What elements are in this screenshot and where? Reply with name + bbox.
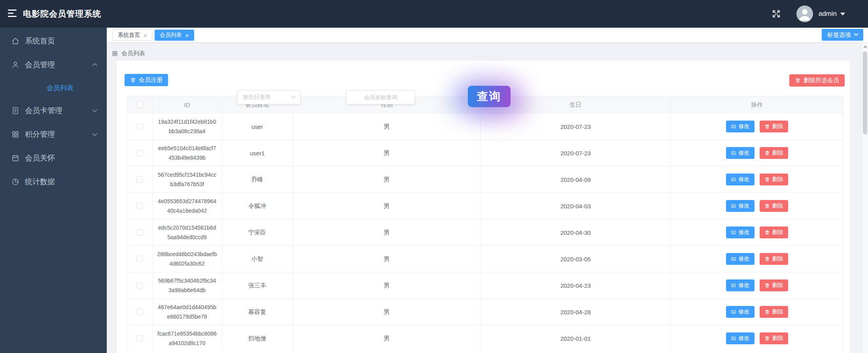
delete-button[interactable]: 删除 [760, 332, 788, 344]
sidebar-item[interactable]: 系统首页 [0, 29, 107, 53]
member-name: 宁采臣 [222, 219, 293, 245]
row-checkbox[interactable] [136, 256, 143, 262]
table-row: 4e0553653d27447896440c4a16eda042 令狐冲 男 2… [127, 193, 843, 219]
row-checkbox[interactable] [136, 150, 143, 156]
member-birthday: 2020-04-03 [481, 193, 671, 219]
username[interactable]: admin [819, 10, 837, 18]
member-birthday: 2020-03-05 [481, 246, 671, 272]
grid-icon [11, 130, 20, 139]
table-row: eeb5e5104c014e6facf7453b49e8439b user1 男… [127, 140, 843, 166]
trash-icon [764, 336, 770, 341]
sidebar-item-label: 会员列表 [47, 83, 74, 92]
chevron-icon [92, 131, 97, 136]
sidebar-item-label: 系统首页 [25, 36, 55, 46]
member-gender: 男 [293, 246, 481, 272]
row-checkbox[interactable] [136, 176, 143, 183]
sidebar-item[interactable]: 会员管理 [0, 53, 107, 77]
edit-icon [731, 230, 736, 235]
avatar[interactable] [796, 6, 813, 22]
member-id: 569b67f5c340462f9c343a98ab6e64db [153, 272, 222, 298]
select-all-checkbox[interactable] [136, 102, 143, 108]
sidebar-item[interactable]: 会员卡管理 [0, 99, 107, 123]
tab[interactable]: 会员列表 × [155, 30, 194, 41]
page-title: 会员列表 [121, 50, 145, 57]
calendar-icon [11, 154, 20, 162]
column-header-id: ID [153, 96, 222, 113]
caret-down-icon[interactable] [840, 13, 845, 15]
row-checkbox[interactable] [136, 309, 143, 315]
delete-button[interactable]: 删除 [760, 200, 788, 212]
tab[interactable]: 系统首页 × [113, 30, 152, 41]
query-button[interactable]: 查询 [468, 86, 511, 107]
scroll-up-arrow-icon[interactable] [863, 45, 867, 48]
member-name: 慕容复 [222, 299, 293, 325]
edit-button[interactable]: 修改 [726, 200, 755, 212]
edit-button[interactable]: 修改 [726, 332, 755, 344]
edit-button[interactable]: 修改 [726, 121, 755, 132]
member-name: 令狐冲 [222, 193, 293, 219]
member-id: 567ced95cf1541bc94ccb3dfa767b53f [153, 166, 222, 193]
member-gender: 男 [293, 113, 481, 140]
delete-button[interactable]: 删除 [760, 147, 788, 159]
edit-button[interactable]: 修改 [726, 174, 755, 185]
member-register-button[interactable]: 会员注册 [125, 74, 168, 86]
topbar: 电影院会员管理系统 admin [0, 0, 868, 28]
member-name-search-input[interactable] [346, 90, 415, 104]
member-id: 4e0553653d27447896440c4a16eda042 [153, 193, 222, 219]
row-checkbox[interactable] [136, 123, 143, 130]
member-id: 467e64ae0d1d440495be860179d5be78 [153, 299, 222, 325]
member-gender: 男 [293, 140, 481, 166]
edit-icon [731, 150, 736, 156]
trash-icon [764, 309, 770, 315]
delete-button[interactable]: 删除 [760, 279, 788, 291]
edit-button[interactable]: 修改 [726, 279, 755, 291]
table-row: 567ced95cf1541bc94ccb3dfa767b53f 乔峰 男 20… [127, 166, 843, 193]
vertical-scrollbar[interactable] [861, 43, 868, 353]
app-title: 电影院会员管理系统 [23, 0, 101, 28]
member-name: 扫地僧 [222, 325, 293, 351]
sidebar-item[interactable]: 会员列表 [0, 77, 107, 99]
delete-selected-members-button[interactable]: 删除所选会员 [789, 74, 845, 87]
trash-icon [764, 177, 770, 182]
row-checkbox[interactable] [136, 203, 143, 209]
delete-button[interactable]: 删除 [760, 227, 788, 238]
edit-button[interactable]: 修改 [726, 253, 755, 265]
pie-chart-icon [11, 177, 20, 186]
trash-icon [764, 203, 770, 209]
delete-button[interactable]: 删除 [760, 306, 788, 318]
fullscreen-icon[interactable] [772, 9, 781, 18]
chevron-icon [92, 108, 97, 113]
edit-icon [731, 203, 736, 209]
member-birthday: 2020-07-23 [481, 140, 671, 166]
card-icon [11, 106, 20, 115]
edit-icon [731, 256, 736, 262]
delete-button[interactable]: 删除 [760, 174, 788, 185]
table-row: 288bced48b0243bdaefb4d602fa30c62 小智 男 20… [127, 245, 843, 272]
table-row: edc5c2070d154561b8d5aa94ded0ccd9 宁采臣 男 2… [127, 219, 843, 245]
member-id: fcac671e85354bbc8086a94102d8c170 [153, 325, 222, 351]
birthday-filter-select[interactable]: 按生日查询 [237, 90, 301, 104]
row-checkbox[interactable] [136, 229, 143, 236]
edit-button[interactable]: 修改 [726, 227, 755, 238]
user-icon [11, 60, 20, 69]
member-name: 张三丰 [222, 272, 293, 298]
member-name: 小智 [222, 246, 293, 272]
sidebar-item[interactable]: 积分管理 [0, 123, 107, 146]
sidebar-item[interactable]: 统计数据 [0, 170, 107, 194]
delete-button[interactable]: 删除 [760, 253, 788, 265]
member-table: ID 会员姓名 性别 生日 操作 19a324f11d1f42eb81b0bb3… [127, 96, 843, 351]
close-icon[interactable]: × [185, 32, 189, 38]
topbar-right: admin [772, 0, 845, 28]
row-checkbox[interactable] [136, 335, 143, 342]
hamburger-icon[interactable] [8, 9, 17, 18]
delete-button[interactable]: 删除 [760, 121, 788, 132]
table-row: 569b67f5c340462f9c343a98ab6e64db 张三丰 男 2… [127, 272, 843, 298]
sidebar-item-label: 会员关怀 [25, 153, 55, 163]
edit-button[interactable]: 修改 [726, 147, 755, 159]
close-icon[interactable]: × [144, 32, 147, 38]
edit-button[interactable]: 修改 [726, 306, 755, 318]
row-checkbox[interactable] [136, 282, 143, 289]
sidebar-item[interactable]: 会员关怀 [0, 146, 107, 170]
scrollbar-thumb[interactable] [863, 51, 867, 134]
tag-options-button[interactable]: 标签选项 [822, 29, 863, 41]
